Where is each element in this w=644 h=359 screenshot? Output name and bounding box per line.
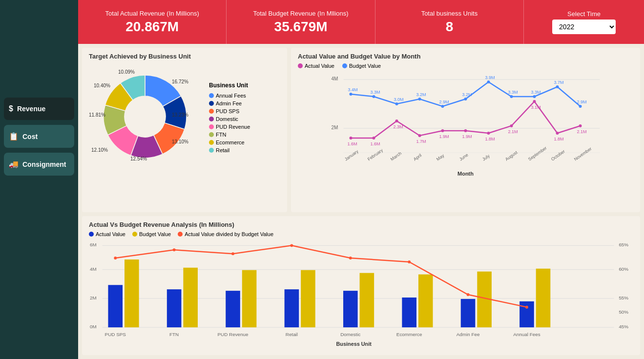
actual-dot-jul	[487, 132, 490, 135]
legend-label-ftn: FTN	[216, 132, 226, 138]
bar-xlabel-ecommerce: Ecommerce	[396, 332, 422, 337]
alabel-apr: 1.7M	[416, 139, 426, 144]
legend-item-pud-sps: PUD SPS	[209, 108, 250, 114]
alabel-jun: 1.9M	[462, 134, 472, 139]
budget-dot-apr	[418, 98, 421, 100]
bar-yr-50: 50%	[619, 309, 628, 315]
blabel-may: 2.9M	[439, 100, 449, 104]
y-label-4m: 4M	[332, 76, 338, 81]
bar-y-2m: 2M	[90, 295, 97, 300]
actual-revenue-value: 20.867M	[125, 19, 179, 35]
budget-revenue-cell: Total Budget Revenue (In Mllions) 35.679…	[227, 0, 375, 44]
bar-pudrev-actual	[226, 291, 240, 327]
legend-label-pud-sps: PUD SPS	[216, 108, 239, 114]
donut-chart-title: Target Achieved by Business Unit	[89, 53, 280, 60]
bar-xlabel-annualfees: Annual Fees	[513, 332, 540, 337]
bar-domestic-budget	[360, 273, 374, 328]
xlabel-apr: April	[413, 153, 422, 162]
bar-legend-ratio: Actual Value divided by Budget Value	[178, 231, 273, 237]
bar-adminfee-actual	[461, 299, 476, 327]
legend-label-pud-revenue: PUD Revenue	[216, 124, 250, 130]
donut-label-11.81: 11.81%	[89, 112, 105, 118]
budget-dot-mar	[395, 102, 398, 105]
bar-y-6m: 6M	[90, 242, 97, 247]
bar-y-0m: 0M	[90, 324, 97, 329]
top-charts-row: Target Achieved by Business Unit 10.09% …	[82, 48, 640, 212]
ratio-dot-1	[114, 257, 117, 259]
sidebar-item-consignment-label: Consignment	[22, 160, 66, 168]
ratio-dot-7	[467, 293, 470, 296]
bar-xlabel-retail: Retail	[286, 332, 298, 337]
xlabel-aug: August	[504, 150, 519, 162]
actual-dot-aug	[510, 124, 513, 127]
budget-dot-jan	[350, 93, 353, 96]
xlabel-sep: September	[527, 145, 548, 161]
bar-xlabel-pudsps: PUD SPS	[105, 332, 126, 337]
legend-dot-ecommerce	[209, 140, 214, 145]
bar-chart-legend: Actual Value Budget Value Actual Value d…	[89, 231, 633, 237]
blabel-sep: 3.3M	[531, 90, 541, 95]
alabel-oct: 1.8M	[554, 137, 564, 141]
bar-x-axis-label: Business Unit	[336, 341, 372, 347]
bar-chart-title: Actual Vs Budget Revenue Analysis (In Mi…	[89, 221, 633, 228]
bar-ftn-actual	[167, 289, 182, 327]
legend-dot-retail	[209, 148, 214, 153]
budget-dot-oct	[556, 85, 559, 88]
budget-dot-nov	[579, 105, 582, 108]
legend-label-ecommerce: Ecommerce	[216, 140, 245, 145]
legend-dot-pud-sps	[209, 109, 214, 114]
actual-dot-nov	[579, 124, 582, 127]
select-time-dropdown[interactable]: 2022 2021 2020 2019	[552, 20, 616, 34]
donut-legend: Business Unit Annual Fees Admin Fee PUD …	[209, 82, 250, 153]
ratio-dot-8	[525, 306, 528, 309]
sidebar-item-cost[interactable]: 📋 Cost	[4, 125, 74, 148]
actual-dot-mar	[395, 120, 398, 122]
legend-dot-domestic	[209, 117, 214, 121]
donut-label-12.54: 12.54%	[130, 156, 147, 161]
line-chart-svg: 4M 2M	[298, 71, 633, 178]
line-legend-budget-label: Budget Value	[349, 63, 381, 69]
bar-ecommerce-actual	[402, 298, 416, 327]
bar-yr-65: 65%	[619, 242, 628, 247]
line-chart-legend: Actual Value Budget Value	[298, 63, 633, 69]
ratio-dot-2	[173, 248, 176, 251]
select-time-cell: Select Time 2022 2021 2020 2019	[524, 0, 644, 44]
actual-dot-oct	[556, 132, 559, 135]
sidebar: $ Revenue 📋 Cost 🚚 Consignment	[0, 0, 78, 359]
bar-xlabel-adminfee: Admin Fee	[457, 332, 480, 337]
actual-dot-jun	[464, 129, 467, 132]
sidebar-item-revenue[interactable]: $ Revenue	[4, 98, 74, 120]
blabel-oct: 3.7M	[554, 80, 564, 85]
bar-yr-60: 60%	[619, 266, 628, 272]
legend-item-retail: Retail	[209, 147, 250, 153]
budget-dot-jul	[487, 80, 490, 83]
bar-legend-actual: Actual Value	[89, 231, 125, 237]
legend-label-annual-fees: Annual Fees	[216, 93, 246, 99]
ratio-dot-6	[408, 260, 411, 263]
bar-legend-ratio-label: Actual Value divided by Budget Value	[185, 231, 273, 237]
select-time-label: Select Time	[567, 10, 601, 18]
bar-xlabel-pudrev: PUD Revenue	[218, 332, 249, 337]
budget-dot-sep	[533, 95, 536, 98]
bar-pud-sps-actual	[108, 285, 123, 327]
charts-area: Target Achieved by Business Unit 10.09% …	[78, 44, 644, 359]
bar-retail-actual	[285, 289, 299, 327]
bar-annualfees-actual	[519, 301, 534, 327]
legend-dot-pud-revenue	[209, 124, 214, 129]
business-units-label: Total business Units	[421, 10, 478, 17]
line-legend-actual-label: Actual Value	[305, 63, 334, 69]
line-legend-budget: Budget Value	[342, 63, 381, 69]
ratio-dot-3	[231, 252, 234, 255]
line-x-axis-label: Month	[457, 171, 474, 177]
sidebar-item-revenue-label: Revenue	[17, 105, 45, 113]
sidebar-item-consignment[interactable]: 🚚 Consignment	[4, 153, 74, 176]
budget-dot-feb	[373, 95, 375, 98]
blabel-jan: 3.4M	[348, 87, 358, 92]
actual-dot-sep	[533, 100, 536, 103]
blabel-nov: 2.9M	[577, 100, 587, 104]
sidebar-item-cost-label: Cost	[22, 133, 38, 140]
actual-line	[351, 101, 581, 138]
line-dot-budget	[342, 63, 347, 68]
bar-yr-55: 55%	[619, 295, 628, 300]
alabel-sep: 3.1M	[531, 105, 541, 110]
